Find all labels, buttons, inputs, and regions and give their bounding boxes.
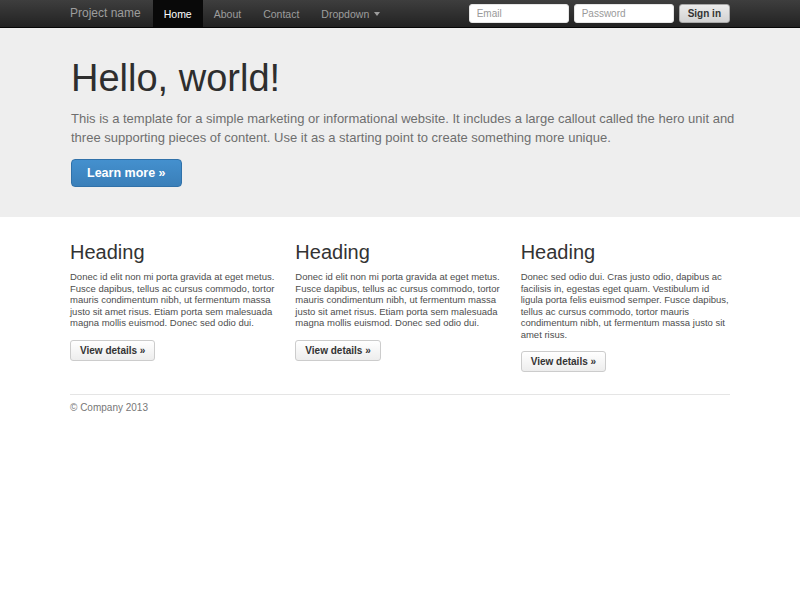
column-heading: Heading [70,241,279,263]
content-container: Heading Donec id elit non mi porta gravi… [70,241,730,413]
navbar-brand[interactable]: Project name [70,0,141,27]
hero-title: Hello, world! [71,58,752,99]
marketing-row: Heading Donec id elit non mi porta gravi… [70,241,730,372]
hero-text: This is a template for a simple marketin… [71,109,752,147]
signin-form: Sign in [469,0,730,27]
nav-item-home-label: Home [164,8,192,20]
footer-divider [70,394,730,395]
column-heading: Heading [521,241,730,263]
sign-in-button[interactable]: Sign in [679,4,730,23]
marketing-column-1: Heading Donec id elit non mi porta gravi… [70,241,279,372]
nav-item-about-label: About [214,8,241,20]
column-text: Donec id elit non mi porta gravida at eg… [70,271,279,329]
email-field[interactable] [469,4,569,23]
column-text: Donec id elit non mi porta gravida at eg… [295,271,504,329]
view-details-button-2[interactable]: View details » [295,340,380,361]
navbar-menu: Home About Contact Dropdown [153,0,392,27]
copyright-text: © Company 2013 [70,402,730,413]
caret-down-icon [374,12,380,16]
nav-item-dropdown-label: Dropdown [321,8,369,20]
column-text: Donec sed odio dui. Cras justo odio, dap… [521,271,730,340]
hero-unit: Hello, world! This is a template for a s… [0,28,800,217]
nav-item-contact[interactable]: Contact [252,0,310,27]
navbar-container: Project name Home About Contact Dropdown… [70,0,730,27]
nav-item-contact-label: Contact [263,8,299,20]
nav-item-dropdown[interactable]: Dropdown [310,0,391,27]
nav-item-home[interactable]: Home [153,0,203,27]
navbar: Project name Home About Contact Dropdown… [0,0,800,28]
marketing-column-3: Heading Donec sed odio dui. Cras justo o… [521,241,730,372]
learn-more-button[interactable]: Learn more » [71,159,182,187]
view-details-button-1[interactable]: View details » [70,340,155,361]
footer: © Company 2013 [70,402,730,413]
password-field[interactable] [574,4,674,23]
column-heading: Heading [295,241,504,263]
marketing-column-2: Heading Donec id elit non mi porta gravi… [295,241,504,372]
nav-item-about[interactable]: About [203,0,252,27]
view-details-button-3[interactable]: View details » [521,351,606,372]
